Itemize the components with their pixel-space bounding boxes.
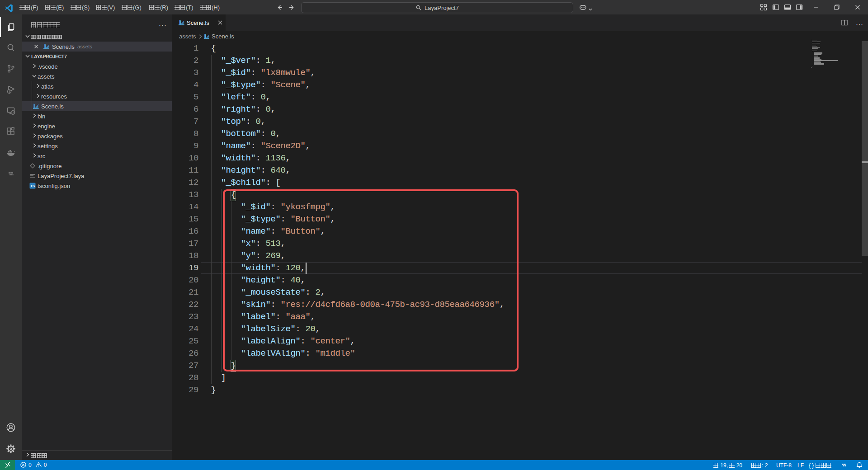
svg-text:TS: TS [30,184,35,188]
